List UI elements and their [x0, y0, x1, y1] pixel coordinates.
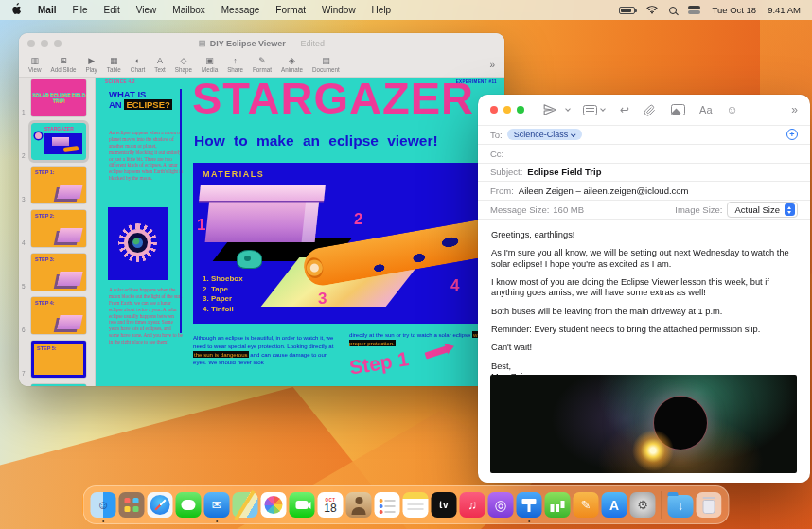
zoom-button[interactable]	[54, 40, 62, 47]
dock-numbers-icon[interactable]	[545, 492, 571, 518]
menu-bar-time[interactable]: 9:41 AM	[768, 5, 801, 15]
menu-item-format[interactable]: Format	[275, 5, 306, 15]
close-button[interactable]	[27, 40, 35, 47]
zoom-button[interactable]	[517, 106, 524, 114]
reply-indent-icon[interactable]: ↩	[620, 103, 629, 116]
dock-trash-icon[interactable]	[697, 492, 722, 518]
toolbar-format-button[interactable]: ✎Format	[253, 57, 272, 73]
menu-item-view[interactable]: View	[136, 5, 157, 15]
slide-thumbnail-7[interactable]: STEP 5:	[31, 341, 86, 378]
slide-number: 5	[22, 283, 26, 290]
minimize-button[interactable]	[503, 106, 511, 114]
slide-thumbnail-8[interactable]: DID YOU KNOW	[31, 384, 86, 386]
body-paragraph: Reminder: Every student needs to bring t…	[491, 325, 797, 335]
slide-divider	[180, 89, 182, 333]
control-center-icon[interactable]	[688, 6, 700, 14]
toolbar-table-button[interactable]: ▦Table	[107, 57, 121, 73]
slide-thumbnail-2[interactable]: STARGAZER	[31, 123, 86, 160]
toolbar-animate-button[interactable]: ◈Animate	[281, 57, 303, 73]
to-label: To:	[490, 130, 503, 140]
subject-field-row[interactable]: Subject: Eclipse Field Trip	[478, 164, 810, 183]
slide-thumbnail-1[interactable]: SOLAR ECLIPSE FIELD TRIP!	[31, 79, 86, 116]
running-indicator	[216, 520, 219, 523]
keynote-titlebar[interactable]: ▤ DIY Eclipse Viewer — Edited	[19, 33, 504, 53]
dock-reminders-icon[interactable]	[375, 492, 400, 518]
slide-thumbnail-6[interactable]: STEP 4:	[31, 297, 86, 334]
dock-messages-icon[interactable]	[176, 492, 202, 518]
spotlight-search-icon[interactable]	[669, 7, 677, 14]
format-text-button[interactable]: Aa	[699, 104, 712, 115]
toolbar-add-slide-button[interactable]: ⊞Add Slide	[51, 57, 77, 73]
dock-music-icon[interactable]: ♫	[460, 492, 485, 518]
recipient-token[interactable]: Science-Class	[507, 129, 582, 140]
slide-row: 3 STEP 1:	[19, 167, 95, 203]
toolbar-more-button[interactable]: »	[791, 103, 798, 116]
send-options-chevron-icon[interactable]	[566, 109, 570, 111]
dock-podcasts-icon[interactable]: ◎	[488, 492, 514, 518]
menu-item-mail[interactable]: Mail	[38, 5, 56, 15]
menu-item-message[interactable]: Message	[221, 5, 260, 15]
slide-thumbnail-3[interactable]: STEP 1:	[31, 167, 86, 203]
material-number-4: 4	[450, 276, 459, 295]
dock-settings-icon[interactable]: ⚙	[630, 492, 656, 518]
header-fields-chevron-icon[interactable]	[601, 109, 605, 111]
dock-appletv-icon[interactable]: tv	[432, 492, 457, 518]
material-number-3: 3	[318, 290, 327, 309]
add-recipient-button[interactable]: +	[786, 129, 798, 140]
toolbar-play-button[interactable]: ▶Play	[86, 57, 97, 73]
dock-pages-icon[interactable]: ✎	[574, 492, 599, 518]
wifi-icon[interactable]	[646, 5, 658, 16]
menu-item-window[interactable]: Window	[322, 5, 356, 15]
menu-item-edit[interactable]: Edit	[104, 5, 120, 15]
toolbar-document-button[interactable]: ▤Document	[312, 57, 340, 73]
slide-thumbnail-5[interactable]: STEP 3:	[31, 254, 86, 291]
toolbar-share-button[interactable]: ↑Share	[227, 57, 243, 73]
dock-facetime-icon[interactable]	[290, 492, 315, 518]
attach-file-icon[interactable]	[644, 104, 656, 116]
send-button[interactable]	[543, 103, 556, 116]
thumb-art	[35, 132, 42, 139]
body-paragraph: As I'm sure you all know, we will be set…	[491, 248, 797, 270]
dock-maps-icon[interactable]	[233, 492, 258, 518]
apple-menu-icon[interactable]	[11, 3, 22, 17]
close-button[interactable]	[490, 106, 498, 114]
dock-safari-icon[interactable]	[148, 492, 173, 518]
image-size-select[interactable]: Actual Size	[727, 202, 798, 218]
emoji-picker-icon[interactable]: ☺	[727, 104, 738, 115]
toolbar-overflow-button[interactable]: »	[489, 60, 495, 70]
toolbar-media-button[interactable]: ▣Media	[202, 57, 218, 73]
dock-downloads-icon[interactable]: ↓	[668, 495, 694, 518]
slide-canvas[interactable]: SCIENCE 4.2 EXPERIMENT #11 WHAT IS AN EC…	[95, 78, 504, 386]
dock-photos-icon[interactable]	[261, 492, 287, 518]
subject-value[interactable]: Eclipse Field Trip	[527, 167, 601, 177]
from-field-row[interactable]: From: Aileen Zeigen – aileen.zeigen@iclo…	[478, 182, 810, 201]
menu-item-file[interactable]: File	[72, 5, 87, 15]
toolbar-chart-button[interactable]: ◐Chart	[131, 57, 145, 73]
message-body-editor[interactable]: Greetings, earthlings! As I'm sure you a…	[478, 220, 810, 382]
minimize-button[interactable]	[41, 40, 48, 47]
slide-thumbnail-4[interactable]: STEP 2:	[31, 210, 86, 247]
menu-item-mailbox[interactable]: Mailbox	[172, 5, 204, 15]
dock-calendar-icon[interactable]: OCT18	[318, 492, 344, 518]
insert-photo-icon[interactable]	[671, 104, 685, 115]
from-value[interactable]: Aileen Zeigen – aileen.zeigen@icloud.com	[519, 185, 689, 196]
battery-icon[interactable]	[619, 7, 635, 14]
cc-field-row[interactable]: Cc:	[478, 145, 810, 164]
toolbar-text-button[interactable]: AText	[154, 57, 166, 73]
menu-bar-date[interactable]: Tue Oct 18	[712, 5, 756, 15]
toolbar-shape-button[interactable]: ◇Shape	[175, 57, 192, 73]
heading-highlight: ECLIPSE?	[124, 99, 171, 110]
dock-contacts-icon[interactable]	[346, 492, 372, 518]
dock-notes-icon[interactable]	[403, 492, 429, 518]
toolbar-view-button[interactable]: ▥View	[28, 57, 42, 73]
dock-keynote-icon[interactable]	[517, 492, 542, 518]
eclipse-photo-attachment[interactable]	[490, 375, 797, 473]
dock-appstore-icon[interactable]: A	[602, 492, 627, 518]
mail-titlebar[interactable]: ↩ Aa ☺ »	[478, 95, 810, 126]
slide-row: 1 SOLAR ECLIPSE FIELD TRIP!	[19, 79, 95, 116]
dock-finder-icon[interactable]: ☺	[91, 492, 116, 518]
dock-launchpad-icon[interactable]	[119, 492, 145, 518]
header-fields-icon[interactable]	[583, 105, 597, 115]
menu-item-help[interactable]: Help	[372, 5, 392, 15]
dock-mail-icon[interactable]: ✉	[204, 492, 230, 518]
